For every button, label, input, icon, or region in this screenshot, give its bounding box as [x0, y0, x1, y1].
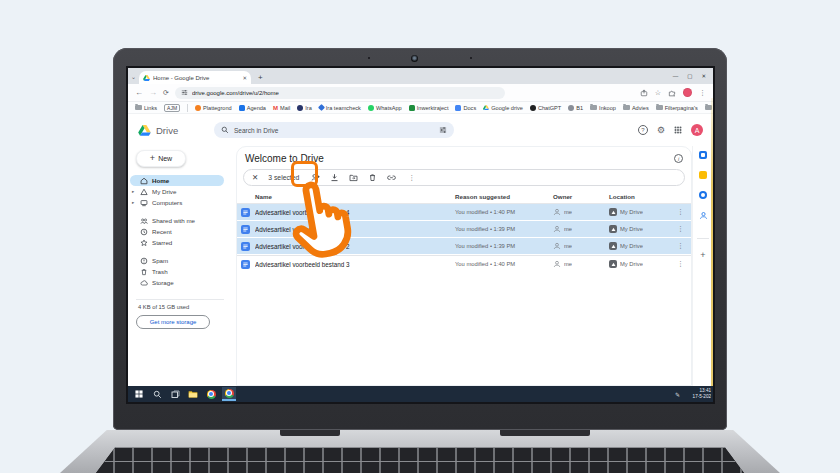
window-maximize-button[interactable]: ▢: [687, 73, 692, 79]
start-button[interactable]: [132, 387, 146, 401]
column-reason[interactable]: Reason suggested: [455, 193, 553, 200]
docs-icon: [455, 105, 461, 111]
chrome-taskbar-icon[interactable]: [204, 387, 218, 401]
row-more-icon[interactable]: ⋮: [677, 260, 689, 268]
gmail-icon: M: [273, 105, 278, 111]
bookmark-chatgpt[interactable]: ChatGPT: [530, 105, 561, 111]
column-owner[interactable]: Owner: [553, 193, 609, 200]
computer-icon: [140, 199, 148, 207]
row-more-icon[interactable]: ⋮: [677, 225, 689, 233]
trash-icon: [140, 268, 148, 276]
site-settings-icon[interactable]: [181, 89, 188, 96]
my-drive-location-icon: [609, 225, 617, 233]
pen-tray-icon[interactable]: ✎: [675, 391, 680, 398]
chrome-taskbar-icon-active[interactable]: [222, 387, 236, 401]
star-icon: [140, 239, 148, 247]
sidebar-item-storage[interactable]: Storage: [128, 277, 224, 288]
row-more-icon[interactable]: ⋮: [677, 208, 689, 216]
row-more-icon[interactable]: ⋮: [677, 242, 689, 250]
my-drive-location-icon: [609, 242, 617, 250]
tasks-app-icon[interactable]: [699, 191, 707, 199]
expand-arrow-icon[interactable]: ▸: [132, 200, 134, 205]
microphone-dot: [368, 57, 370, 59]
add-apps-icon[interactable]: +: [700, 251, 705, 260]
divider: [187, 104, 188, 112]
taskbar-search-icon[interactable]: [150, 387, 164, 401]
column-location[interactable]: Location: [609, 193, 677, 200]
forward-button[interactable]: →: [149, 89, 157, 97]
copy-link-icon[interactable]: [387, 173, 396, 182]
drive-search-bar[interactable]: [214, 122, 454, 138]
search-input[interactable]: [234, 127, 434, 134]
expand-arrow-icon[interactable]: ▸: [132, 189, 134, 194]
keep-app-icon[interactable]: [699, 171, 707, 179]
bookmark-folder-filterpaginas[interactable]: Filterpagina's: [656, 105, 698, 111]
bookmark-google-drive[interactable]: Google drive: [483, 105, 523, 111]
calendar-app-icon[interactable]: [699, 151, 707, 159]
window-minimize-button[interactable]: —: [673, 73, 679, 79]
bookmark-docs[interactable]: Docs: [455, 105, 476, 111]
contacts-app-icon[interactable]: [699, 211, 708, 220]
bookmark-folder-advies[interactable]: Advies: [623, 105, 649, 111]
tab-search-chevron-icon[interactable]: ⌄: [131, 73, 136, 80]
microphone-dot: [470, 57, 472, 59]
help-icon[interactable]: ?: [638, 125, 648, 135]
bookmark-star-icon[interactable]: ☆: [655, 89, 661, 97]
globe-icon: [568, 105, 574, 111]
bookmark-links-folder[interactable]: Links: [135, 105, 157, 111]
my-drive-icon: [140, 188, 148, 196]
sidebar-item-computers[interactable]: ▸ Computers: [128, 197, 224, 208]
sidebar-item-home[interactable]: Home: [130, 175, 224, 186]
browser-profile-avatar[interactable]: [683, 88, 692, 97]
bookmark-mail[interactable]: MMail: [273, 105, 290, 111]
extensions-icon[interactable]: [668, 89, 676, 97]
file-explorer-icon[interactable]: [186, 387, 200, 401]
sidebar-item-spam[interactable]: Spam: [128, 255, 224, 266]
divider: [136, 299, 224, 300]
task-view-icon[interactable]: [168, 387, 182, 401]
taskbar-clock[interactable]: 13:41 17-5-202: [684, 388, 711, 400]
drive-header: Drive ? ⚙ A: [128, 114, 713, 146]
plus-icon: +: [150, 154, 155, 163]
bookmark-inwerktraject[interactable]: Inwerktraject: [409, 105, 449, 111]
drive-logo[interactable]: Drive: [138, 125, 214, 136]
bookmark-plattegrond[interactable]: Plattegrond: [195, 105, 232, 111]
share-icon[interactable]: [640, 89, 648, 97]
bookmark-ajm[interactable]: AJM: [164, 104, 180, 112]
browser-menu-icon[interactable]: ⋮: [699, 89, 706, 97]
browser-tab-active[interactable]: Home - Google Drive ✕: [139, 71, 251, 84]
screen-edge-reflection: [711, 98, 713, 386]
window-close-button[interactable]: ✕: [701, 73, 706, 79]
trash-icon[interactable]: [368, 173, 377, 182]
webcam: [411, 55, 418, 62]
info-icon[interactable]: i: [674, 154, 683, 163]
search-options-icon[interactable]: [439, 126, 447, 134]
bookmark-ira[interactable]: Ira: [297, 105, 312, 111]
sidebar-item-my-drive[interactable]: ▸ My Drive: [128, 186, 224, 197]
sidebar-item-recent[interactable]: Recent: [128, 226, 224, 237]
back-button[interactable]: ←: [135, 89, 143, 97]
apps-grid-icon[interactable]: [674, 126, 682, 134]
clear-selection-button[interactable]: ✕: [252, 173, 258, 182]
sidebar-item-shared-with-me[interactable]: Shared with me: [128, 215, 224, 226]
drive-account-avatar[interactable]: A: [691, 124, 703, 136]
laptop-keyboard: [96, 447, 744, 473]
get-more-storage-button[interactable]: Get more storage: [136, 315, 210, 329]
settings-gear-icon[interactable]: ⚙: [657, 126, 665, 135]
side-app-panel: +: [692, 146, 713, 386]
folder-icon: [656, 105, 663, 110]
tab-close-icon[interactable]: ✕: [242, 75, 247, 81]
address-bar[interactable]: drive.google.com/drive/u/2/home: [175, 87, 505, 99]
sidebar-item-trash[interactable]: Trash: [128, 266, 224, 277]
reload-button[interactable]: ⟳: [163, 89, 169, 96]
bookmark-folder-inkoop[interactable]: Inkoop: [590, 105, 616, 111]
sidebar-item-starred[interactable]: Starred: [128, 237, 224, 248]
more-actions-icon[interactable]: ⋮: [408, 174, 415, 182]
bookmark-b1[interactable]: B1: [568, 105, 583, 111]
new-button[interactable]: + New: [136, 150, 186, 167]
drive-sidebar: + New Home ▸ My Drive ▸: [128, 146, 232, 386]
bookmark-agenda[interactable]: Agenda: [239, 105, 266, 111]
bookmark-ira-teamcheck[interactable]: Ira teamcheck: [319, 105, 361, 111]
new-tab-button[interactable]: +: [258, 73, 263, 82]
bookmark-whatsapp[interactable]: WhatsApp: [368, 105, 402, 111]
